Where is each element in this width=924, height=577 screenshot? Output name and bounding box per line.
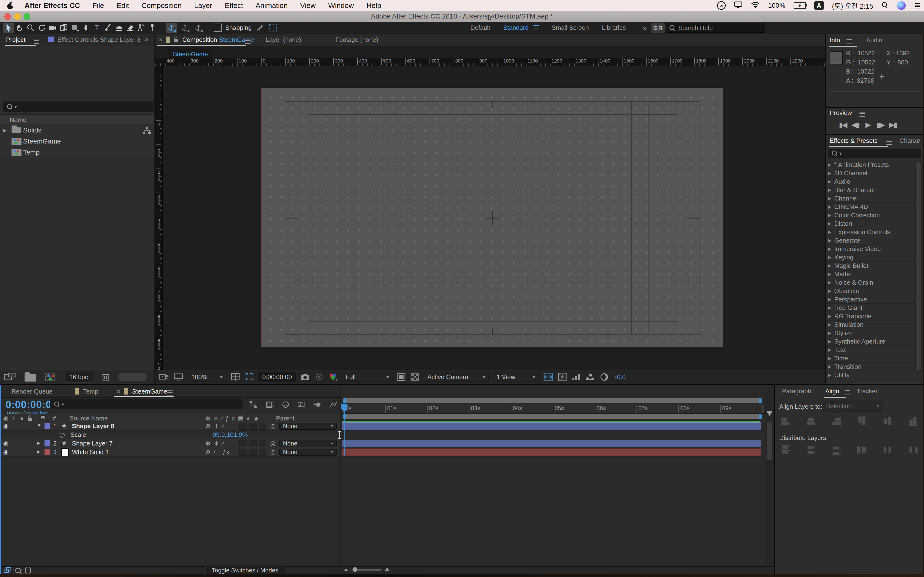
twirl-icon[interactable]: ▶	[828, 297, 831, 302]
align-right-icon[interactable]	[830, 416, 842, 427]
panel-overflow-button[interactable]: »	[144, 35, 149, 43]
layer-duration-bar[interactable]	[342, 448, 761, 456]
tab-layer[interactable]: Layer (none)	[266, 36, 301, 44]
tab-temp[interactable]: Temp	[83, 388, 99, 395]
align-bottom-icon[interactable]	[907, 416, 919, 427]
tool-camera[interactable]	[47, 23, 58, 33]
effects-scrollbar[interactable]	[915, 161, 922, 372]
new-composition-icon[interactable]	[44, 372, 56, 382]
panel-scroll-pill[interactable]	[118, 373, 147, 381]
effects-category-synthetic-aperture[interactable]: ▶ Synthetic Aperture	[826, 337, 914, 346]
zoom-out-mountain-icon[interactable]	[344, 568, 348, 571]
parent-pickwhip-icon[interactable]: ◎	[270, 440, 276, 447]
eye-icon[interactable]: ◉	[3, 422, 9, 430]
project-panel-menu-icon[interactable]	[34, 39, 39, 44]
layer-switch-icon[interactable]: ƒx	[223, 448, 229, 456]
effects-category-obsolete[interactable]: ▶ Obsolete	[826, 287, 914, 295]
layer-bar-row[interactable]	[341, 422, 765, 430]
effects-category-channel[interactable]: ▶ Channel	[826, 194, 914, 203]
viewer-panel-menu-icon[interactable]	[245, 39, 250, 44]
tool-clone-stamp[interactable]	[113, 23, 124, 33]
workspace-small-screen[interactable]: Small Screen	[552, 24, 589, 32]
effects-category-noise-grain[interactable]: ▶ Noise & Grain	[826, 279, 914, 287]
layer-switch-icon[interactable]: ∕	[223, 422, 223, 430]
tool-hand[interactable]	[14, 23, 25, 33]
tab-effect-controls[interactable]: Effect Controls Shape Layer 8	[57, 36, 141, 44]
label-color-swatch[interactable]	[45, 440, 50, 446]
effects-category-keying[interactable]: ▶ Keying	[826, 253, 914, 261]
layer-row-2[interactable]: ◉ ▶ 2 ★ Shape Layer 7 ⊕✳∕ ◎ None▾	[1, 439, 341, 448]
tool-selection[interactable]	[3, 23, 14, 33]
parent-pickwhip-icon[interactable]: ◎	[270, 448, 276, 456]
info-panel-menu-icon[interactable]	[846, 39, 852, 44]
align-horiz-center-icon[interactable]	[805, 416, 817, 427]
timeline-zoom-thumb[interactable]	[352, 567, 357, 572]
tool-rectangle[interactable]	[69, 23, 80, 33]
region-of-interest-icon[interactable]	[244, 372, 254, 382]
effects-category-transition[interactable]: ▶ Transition	[826, 363, 914, 371]
composition-canvas[interactable]	[261, 88, 723, 347]
label-color-swatch[interactable]	[45, 449, 50, 455]
tool-rotate[interactable]	[36, 23, 47, 33]
menu-file[interactable]: File	[92, 2, 104, 10]
input-source-badge[interactable]: A	[814, 1, 824, 10]
tool-eraser[interactable]	[124, 23, 136, 33]
twirl-icon[interactable]: ▶	[828, 305, 831, 310]
workspace-default[interactable]: Default	[470, 24, 490, 32]
close-tab-icon[interactable]: ×	[117, 388, 120, 395]
parent-pickwhip-icon[interactable]: ◎	[270, 422, 276, 430]
effects-category-generate[interactable]: ▶ Generate	[826, 236, 914, 245]
work-area-end-handle[interactable]	[767, 411, 772, 416]
timeline-vertical-scrollbar[interactable]	[766, 397, 774, 566]
layer-bar-row[interactable]	[341, 448, 765, 456]
menu-view[interactable]: View	[300, 2, 315, 10]
workspace-standard[interactable]: Standard	[503, 24, 529, 32]
always-preview-icon[interactable]	[159, 373, 170, 381]
zoom-in-mountain-icon[interactable]	[385, 567, 389, 571]
airplay-icon[interactable]	[734, 1, 743, 11]
go-to-start-button[interactable]: ▮◀	[837, 119, 849, 130]
distribute-bottom-icon[interactable]	[830, 444, 842, 456]
twirl-icon[interactable]: ▶	[828, 356, 831, 361]
tab-tracker[interactable]: Tracker	[857, 388, 877, 395]
workspace-menu-icon[interactable]	[533, 25, 539, 30]
safe-margins-icon[interactable]	[231, 372, 240, 382]
eye-icon[interactable]: ◉	[3, 440, 9, 447]
twirl-icon[interactable]: ▶	[828, 162, 831, 167]
property-row-scale[interactable]: ◷ Scale -99.9,101.9%	[1, 430, 341, 439]
draft-3d-icon[interactable]	[265, 400, 274, 409]
source-name-column-header[interactable]: Source Name	[69, 415, 108, 422]
layer-duration-bar[interactable]	[342, 422, 761, 430]
menu-after-effects-cc[interactable]: After Effects CC	[24, 2, 80, 10]
timeline-search-field[interactable]: ▾	[50, 399, 243, 409]
timeline-button-icon[interactable]	[572, 372, 581, 381]
distribute-top-icon[interactable]	[780, 444, 791, 456]
tool-zoom[interactable]	[25, 23, 36, 33]
shy-layers-icon[interactable]	[281, 400, 290, 409]
fast-preview-icon[interactable]	[557, 372, 567, 382]
vertical-ruler[interactable]: 01002003004005006007008009001000	[155, 66, 163, 370]
local-axis-button[interactable]	[166, 23, 177, 33]
creative-cloud-icon[interactable]: ∞	[717, 1, 726, 10]
twirl-icon[interactable]: ▶	[828, 187, 831, 193]
snap-key-icon[interactable]	[255, 23, 265, 32]
interpret-footage-icon[interactable]	[4, 372, 16, 381]
pixel-aspect-icon[interactable]	[543, 372, 553, 382]
distribute-horiz-center-icon[interactable]	[882, 444, 893, 456]
workspace-overflow-button[interactable]: »	[643, 24, 647, 32]
parent-column-header[interactable]: Parent	[276, 415, 294, 422]
twirl-icon[interactable]: ▶	[828, 171, 831, 176]
view-layout-select[interactable]: 1 View▾	[493, 372, 539, 382]
twirl-icon[interactable]: ▶	[828, 322, 831, 327]
menu-effect[interactable]: Effect	[225, 2, 243, 10]
property-value[interactable]: -99.9,101.9%	[210, 431, 248, 438]
layer-name[interactable]: White Solid 1	[72, 448, 109, 456]
effects-category-utility[interactable]: ▶ Utility	[826, 371, 914, 379]
motion-blur-icon[interactable]	[313, 400, 322, 409]
label-color-swatch[interactable]	[45, 423, 50, 429]
effects-category-animation-presets[interactable]: ▶ * Animation Presets	[826, 161, 914, 169]
checkerboard-icon[interactable]	[410, 372, 419, 382]
parent-select[interactable]: None▾	[279, 423, 337, 430]
twirl-icon[interactable]: ▶	[828, 288, 831, 293]
transparency-grid-icon[interactable]	[397, 372, 406, 382]
